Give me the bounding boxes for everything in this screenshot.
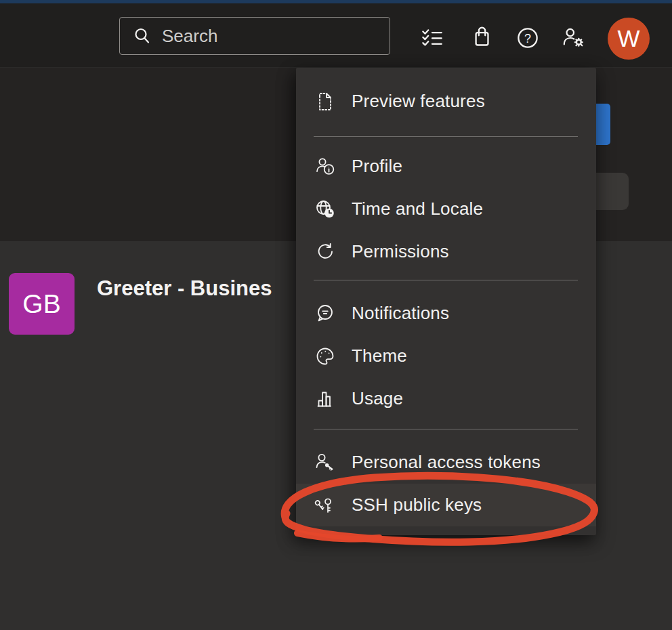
menu-item-label: Theme bbox=[352, 345, 407, 366]
menu-separator bbox=[314, 280, 578, 280]
menu-separator bbox=[314, 429, 578, 429]
menu-item-usage[interactable]: Usage bbox=[296, 377, 596, 420]
menu-item-personal-access-tokens[interactable]: Personal access tokens bbox=[296, 441, 596, 484]
notifications-icon bbox=[314, 303, 336, 324]
project-title[interactable]: Greeter - Busines bbox=[97, 274, 307, 303]
menu-item-theme[interactable]: Theme bbox=[296, 335, 596, 377]
menu-item-label: SSH public keys bbox=[352, 495, 482, 516]
task-checklist-glyph bbox=[418, 24, 446, 52]
menu-item-permissions[interactable]: Permissions bbox=[296, 230, 596, 273]
search-box[interactable] bbox=[119, 17, 390, 55]
search-icon bbox=[132, 26, 152, 46]
top-header-bar: ? W bbox=[0, 3, 672, 68]
permissions-icon bbox=[314, 241, 336, 263]
help-glyph: ? bbox=[513, 24, 542, 52]
theme-icon bbox=[314, 345, 336, 367]
menu-item-label: Profile bbox=[352, 156, 402, 177]
preview-features-icon bbox=[314, 91, 336, 112]
menu-item-label: Time and Locale bbox=[352, 198, 483, 219]
svg-text:?: ? bbox=[524, 32, 531, 45]
menu-item-time-and-locale[interactable]: Time and Locale bbox=[296, 188, 596, 230]
help-icon[interactable]: ? bbox=[512, 22, 543, 54]
search-input[interactable] bbox=[162, 26, 389, 47]
menu-separator bbox=[314, 136, 578, 137]
user-settings-gear-glyph bbox=[560, 24, 588, 52]
ssh-public-keys-icon bbox=[314, 495, 336, 516]
menu-item-label: Permissions bbox=[352, 241, 449, 262]
menu-item-label: Preview features bbox=[352, 91, 485, 112]
menu-item-notifications[interactable]: Notifications bbox=[296, 292, 596, 335]
marketplace-bag-glyph bbox=[467, 24, 496, 52]
menu-item-label: Personal access tokens bbox=[352, 452, 541, 473]
menu-item-ssh-public-keys[interactable]: SSH public keys bbox=[296, 484, 596, 526]
user-settings-gear-icon[interactable] bbox=[558, 22, 589, 54]
user-settings-menu: Preview features Profile Time and Lo bbox=[296, 68, 596, 535]
menu-item-label: Notifications bbox=[352, 303, 449, 324]
profile-icon bbox=[314, 156, 336, 177]
menu-item-label: Usage bbox=[352, 388, 403, 409]
project-avatar-initials: GB bbox=[22, 289, 60, 319]
menu-item-preview-features[interactable]: Preview features bbox=[296, 80, 596, 123]
menu-item-profile[interactable]: Profile bbox=[296, 145, 596, 188]
user-avatar-initial: W bbox=[617, 25, 639, 52]
user-avatar[interactable]: W bbox=[608, 18, 650, 60]
project-avatar[interactable]: GB bbox=[9, 273, 75, 335]
task-checklist-icon[interactable] bbox=[417, 22, 448, 54]
personal-access-tokens-icon bbox=[314, 452, 336, 474]
marketplace-bag-icon[interactable] bbox=[466, 22, 497, 54]
time-and-locale-icon bbox=[314, 198, 336, 220]
usage-icon bbox=[314, 388, 336, 410]
